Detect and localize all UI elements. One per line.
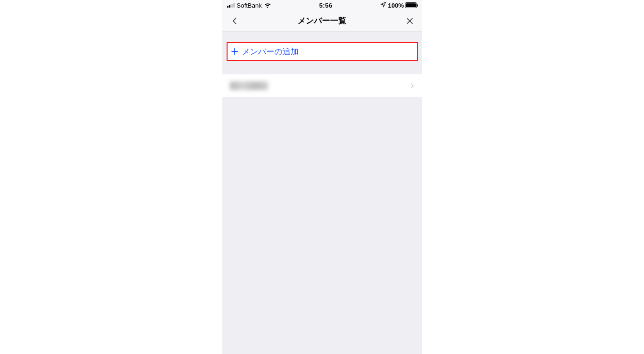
chevron-right-icon — [409, 82, 415, 89]
battery-icon — [405, 2, 417, 8]
close-icon — [405, 17, 414, 25]
section-gap — [222, 31, 422, 42]
member-list-item[interactable] — [222, 74, 422, 97]
signal-icon — [227, 3, 235, 8]
clock-label: 5:56 — [319, 2, 332, 9]
add-member-label: メンバーの追加 — [242, 46, 299, 57]
wifi-icon — [264, 1, 271, 10]
page-title: メンバー一覧 — [222, 15, 422, 26]
plus-icon — [230, 47, 239, 56]
status-left: SoftBank — [227, 1, 271, 10]
back-button[interactable] — [228, 14, 241, 28]
carrier-label: SoftBank — [237, 2, 262, 9]
chevron-left-icon — [230, 16, 239, 26]
empty-content — [222, 97, 422, 354]
close-button[interactable] — [403, 14, 416, 28]
add-member-button[interactable]: メンバーの追加 — [227, 42, 418, 61]
nav-bar: メンバー一覧 — [222, 10, 422, 31]
phone-frame: SoftBank 5:56 100% メンバー一覧 — [222, 0, 422, 354]
battery-percent-label: 100% — [388, 2, 404, 9]
section-gap — [222, 61, 422, 74]
member-name-blurred — [230, 81, 268, 90]
location-icon — [380, 1, 386, 9]
status-right: 100% — [380, 1, 417, 9]
battery-fill — [406, 3, 416, 7]
status-bar: SoftBank 5:56 100% — [222, 0, 422, 10]
